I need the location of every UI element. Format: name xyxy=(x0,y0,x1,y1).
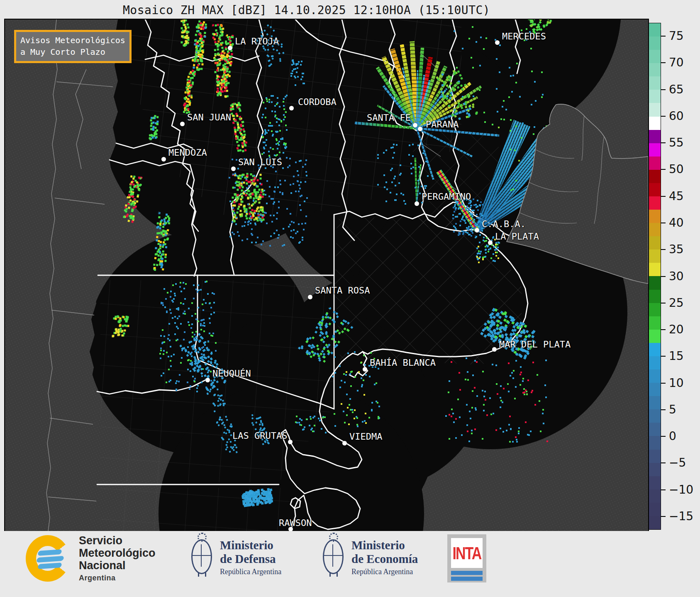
city-label: VIEDMA xyxy=(349,431,382,442)
city-label: PERGAMINO xyxy=(422,191,471,202)
colorbar-tick-label: 25 xyxy=(669,296,684,310)
smn-name-line: Meteorológico xyxy=(79,547,156,559)
city-dot xyxy=(231,166,236,171)
city-label: LA RIOJA xyxy=(235,36,279,46)
city-dot xyxy=(495,40,500,45)
colorbar-tick-label: 40 xyxy=(669,216,684,230)
warning-line2: a Muy Corto Plazo xyxy=(20,46,125,58)
city-dot xyxy=(289,106,294,110)
city-label: SANTA ROSA xyxy=(315,285,370,296)
colorbar-band xyxy=(649,436,661,449)
defensa-coat-of-arms-icon xyxy=(189,533,214,580)
colorbar-band xyxy=(649,183,661,196)
city-dot xyxy=(418,127,422,131)
dbz-colorbar xyxy=(649,23,661,530)
city-label: RAWSON xyxy=(279,518,312,528)
colorbar-tick-label: 30 xyxy=(669,269,684,283)
inta-bar-icon xyxy=(451,571,483,575)
colorbar-tick-label: 35 xyxy=(669,242,684,256)
city-label: MENDOZA xyxy=(168,147,207,158)
colorbar-tick xyxy=(661,436,666,437)
colorbar-tick-label: 20 xyxy=(669,323,684,336)
defensa-logo-text: Ministerio de Defensa República Argentin… xyxy=(220,538,281,576)
city-dot xyxy=(342,441,347,445)
city-dot xyxy=(288,440,293,444)
colorbar-band xyxy=(649,276,661,289)
colorbar-tick xyxy=(661,89,666,90)
colorbar-tick-label: −10 xyxy=(669,483,693,497)
colorbar-tick-label: 0 xyxy=(669,429,676,443)
colorbar-band xyxy=(649,76,661,90)
city-dot xyxy=(492,347,497,352)
colorbar-tick xyxy=(661,62,666,63)
colorbar-band xyxy=(649,157,661,170)
colorbar-tick xyxy=(661,329,666,330)
city-label: SAN LUIS xyxy=(238,157,282,167)
colorbar-band xyxy=(649,263,661,276)
colorbar-tick-label: 15 xyxy=(669,349,684,363)
colorbar-tick xyxy=(661,516,666,517)
colorbar-band xyxy=(649,103,661,116)
economia-sub: República Argentina xyxy=(351,568,418,576)
colorbar-band xyxy=(649,196,661,210)
city-marker-layer: MERCEDESLA RIOJASAN JUANCORDOBASANTA FEP… xyxy=(5,20,648,531)
inta-logo-inner: INTA xyxy=(451,538,483,568)
colorbar-band xyxy=(649,516,661,529)
colorbar-band xyxy=(649,50,661,63)
colorbar-tick-label: 65 xyxy=(669,83,684,96)
colorbar-band xyxy=(649,303,661,316)
colorbar-tick xyxy=(661,142,666,143)
arms-pike xyxy=(332,544,333,567)
colorbar-band xyxy=(649,396,661,409)
arms-pike xyxy=(201,544,202,567)
inta-bar-icon xyxy=(451,577,483,581)
colorbar-tick-label: 50 xyxy=(669,162,684,176)
inta-wordmark: INTA xyxy=(453,543,481,563)
colorbar-band xyxy=(649,330,661,343)
economia-line1: Ministerio xyxy=(351,538,418,552)
arms-oval xyxy=(191,539,212,574)
colorbar-band xyxy=(649,343,661,356)
colorbar-band xyxy=(649,250,661,263)
colorbar-band xyxy=(649,117,661,130)
city-label: CORDOBA xyxy=(298,97,337,107)
arms-midline xyxy=(324,555,342,556)
city-label: NEUQUÉN xyxy=(212,368,251,379)
city-label: SAN JUAN xyxy=(187,112,231,122)
colorbar-band xyxy=(649,463,661,476)
colorbar-tick xyxy=(661,169,666,170)
radar-map: MERCEDESLA RIOJASAN JUANCORDOBASANTA FEP… xyxy=(4,19,649,532)
colorbar-band xyxy=(649,210,661,223)
colorbar-tick xyxy=(661,383,666,384)
colorbar-band xyxy=(649,143,661,157)
arms-oval xyxy=(323,539,344,574)
colorbar-tick xyxy=(661,36,666,37)
city-label: SANTA FE xyxy=(367,113,411,123)
colorbar-tick xyxy=(661,462,666,463)
colorbar-tick xyxy=(661,223,666,223)
city-label: LA PLATA xyxy=(495,231,539,242)
colorbar-tick-label: 75 xyxy=(669,29,684,43)
radar-mosaic-screen: Mosaico ZH MAX [dBZ] 14.10.2025 12:10HOA… xyxy=(0,0,700,597)
defensa-line2: de Defensa xyxy=(220,552,281,566)
colorbar-band xyxy=(649,489,661,503)
colorbar-band xyxy=(649,37,661,50)
colorbar-band xyxy=(649,409,661,423)
colorbar-band xyxy=(649,503,661,516)
colorbar-tick-label: 55 xyxy=(669,136,684,149)
defensa-line1: Ministerio xyxy=(220,538,281,552)
colorbar-tick-label: 45 xyxy=(669,189,684,203)
colorbar-band xyxy=(649,316,661,330)
city-dot xyxy=(228,46,232,50)
colorbar-tick-label: 60 xyxy=(669,109,684,123)
city-dot xyxy=(488,240,493,245)
colorbar-tick xyxy=(661,249,666,250)
city-dot xyxy=(161,157,166,161)
colorbar-band xyxy=(649,170,661,183)
city-label: LAS GRUTAS xyxy=(232,431,287,441)
colorbar-band xyxy=(649,356,661,369)
city-dot xyxy=(180,122,185,126)
colorbar-band xyxy=(649,63,661,76)
colorbar-band xyxy=(649,23,661,37)
colorbar-tick xyxy=(661,116,666,117)
